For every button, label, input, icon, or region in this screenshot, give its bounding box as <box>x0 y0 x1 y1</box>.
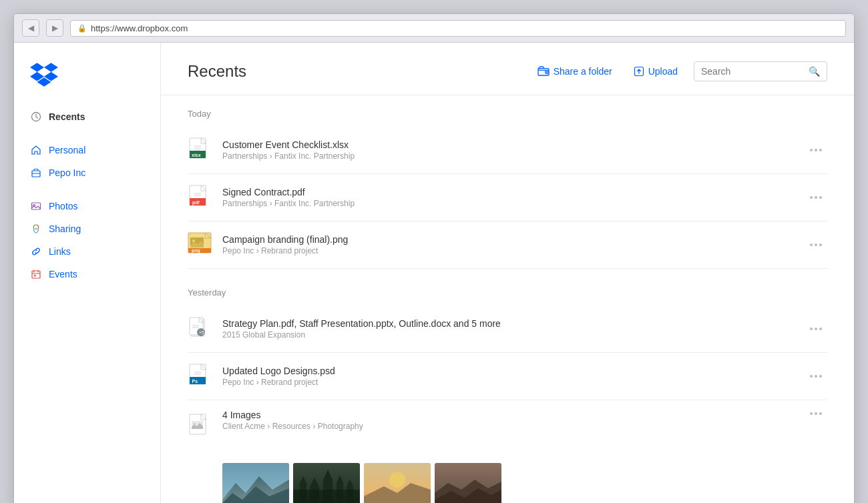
link-icon <box>30 245 42 258</box>
back-button[interactable]: ◀ <box>22 19 39 37</box>
sidebar-nav: Recents Personal <box>14 105 160 286</box>
sidebar-divider <box>14 128 160 139</box>
sidebar-item-pepo-inc-label: Pepo Inc <box>49 167 85 178</box>
sidebar-item-links-label: Links <box>49 246 71 257</box>
app-container: Recents Personal <box>14 43 854 503</box>
file-name: Strategy Plan.pdf, Staff Presentation.pp… <box>222 318 794 329</box>
file-path: Pepo Inc › Rebrand project <box>222 246 794 256</box>
sidebar-item-events-label: Events <box>49 269 77 280</box>
file-name: Campaign branding (final).png <box>222 234 794 245</box>
png-file-icon: png <box>188 231 212 259</box>
pdf-file-icon: pdf <box>188 183 212 211</box>
file-path: Pepo Inc › Rebrand project <box>222 378 794 387</box>
section-gap <box>188 269 827 288</box>
file-details: Updated Logo Designs.psd Pepo Inc › Rebr… <box>222 366 794 387</box>
share-folder-label: Share a folder <box>554 66 612 77</box>
file-name: Signed Contract.pdf <box>222 187 794 197</box>
file-path: 2015 Global Expansion <box>222 330 794 340</box>
file-details: 4 Images Client Acme › Resources › Photo… <box>222 410 794 431</box>
events-icon <box>30 268 42 280</box>
file-details: Strategy Plan.pdf, Staff Presentation.pp… <box>222 318 794 340</box>
share-folder-button[interactable]: Share a folder <box>532 62 618 81</box>
file-name: Updated Logo Designs.psd <box>222 366 794 376</box>
browser-toolbar: ◀ ▶ 🔒 https://www.dropbox.com <box>14 14 854 43</box>
sidebar-item-sharing[interactable]: Sharing <box>14 217 160 240</box>
file-item[interactable]: xlsx Customer Event Checklist.xlsx Partn… <box>188 127 827 174</box>
file-more-button[interactable] <box>805 146 827 154</box>
file-name: 4 Images <box>222 410 794 420</box>
upload-label: Upload <box>648 66 678 77</box>
sidebar-item-sharing-label: Sharing <box>49 223 81 234</box>
sidebar-item-personal[interactable]: Personal <box>14 139 160 161</box>
file-more-button[interactable] <box>805 325 827 333</box>
forward-button[interactable]: ▶ <box>46 19 63 37</box>
share-folder-icon <box>537 66 550 77</box>
file-details: Signed Contract.pdf Partnerships › Fanti… <box>222 187 794 208</box>
file-more-button[interactable] <box>805 410 827 418</box>
file-name: Customer Event Checklist.xlsx <box>222 139 794 150</box>
search-box[interactable]: 🔍 <box>694 61 827 81</box>
file-item[interactable]: Ps Updated Logo Designs.psd Pepo Inc › R… <box>188 353 827 400</box>
main-header: Recents Share a folder <box>161 43 854 95</box>
search-icon: 🔍 <box>809 66 820 77</box>
file-more-button[interactable] <box>805 193 827 201</box>
svg-text:Ps: Ps <box>192 379 198 384</box>
address-bar[interactable]: 🔒 https://www.dropbox.com <box>70 20 846 37</box>
file-item[interactable]: +5 Strategy Plan.pdf, Staff Presentation… <box>188 306 827 353</box>
sidebar-item-photos[interactable]: Photos <box>14 195 160 217</box>
file-path: Partnerships › Fantix Inc. Partnership <box>222 199 794 208</box>
svg-text:+5: +5 <box>199 330 204 335</box>
thumbnail[interactable] <box>364 463 431 503</box>
xlsx-file-icon: xlsx <box>188 136 212 164</box>
svg-text:pdf: pdf <box>192 200 200 205</box>
thumbnail[interactable] <box>435 463 501 503</box>
svg-rect-6 <box>32 271 40 278</box>
images-file-icon <box>188 412 212 440</box>
file-path: Client Acme › Resources › Photography <box>222 422 794 431</box>
file-list: Today xlsx <box>161 95 854 503</box>
svg-point-49 <box>389 472 405 488</box>
logo-container <box>14 56 160 105</box>
thumbnail[interactable] <box>293 463 360 503</box>
image-thumbnails <box>222 463 827 503</box>
photos-icon <box>30 200 42 212</box>
file-details: Campaign branding (final).png Pepo Inc ›… <box>222 234 794 256</box>
sidebar-item-pepo-inc[interactable]: Pepo Inc <box>14 161 160 184</box>
briefcase-icon <box>30 167 42 179</box>
file-more-button[interactable] <box>805 372 827 380</box>
multi-file-icon: +5 <box>188 315 212 343</box>
sidebar-item-links[interactable]: Links <box>14 240 160 263</box>
sidebar-item-events[interactable]: Events <box>14 263 160 286</box>
sidebar-divider-2 <box>14 184 160 195</box>
svg-rect-10 <box>34 275 36 277</box>
sidebar-item-recents-label: Recents <box>49 111 85 122</box>
url-text: https://www.dropbox.com <box>91 23 188 33</box>
file-item[interactable]: png Campaign branding (final).png Pepo I… <box>188 221 827 269</box>
dropbox-logo <box>30 63 58 87</box>
page-title: Recents <box>188 62 519 81</box>
svg-text:png: png <box>192 248 200 254</box>
header-actions: Share a folder Upload 🔍 <box>532 61 827 81</box>
psd-file-icon: Ps <box>188 362 212 390</box>
search-input[interactable] <box>701 66 803 77</box>
sidebar-item-recents[interactable]: Recents <box>14 105 160 128</box>
thumbnail[interactable] <box>222 463 289 503</box>
yesterday-section: Yesterday +5 <box>188 288 827 503</box>
file-item[interactable]: 4 Images Client Acme › Resources › Photo… <box>188 400 827 503</box>
sidebar-item-personal-label: Personal <box>49 145 85 155</box>
today-label: Today <box>188 109 827 121</box>
sidebar-item-photos-label: Photos <box>49 201 78 211</box>
browser-window: ◀ ▶ 🔒 https://www.dropbox.com <box>13 13 855 503</box>
main-content: Recents Share a folder <box>161 43 854 503</box>
file-more-button[interactable] <box>805 241 827 249</box>
yesterday-label: Yesterday <box>188 288 827 300</box>
clock-icon <box>30 111 42 123</box>
upload-icon <box>634 66 644 77</box>
sidebar: Recents Personal <box>14 43 161 503</box>
today-section: Today xlsx <box>188 109 827 269</box>
svg-point-5 <box>35 228 37 230</box>
upload-button[interactable]: Upload <box>628 62 683 81</box>
file-item[interactable]: pdf Signed Contract.pdf Partnerships › F… <box>188 174 827 221</box>
home-icon <box>30 144 42 156</box>
sharing-icon <box>30 223 42 235</box>
